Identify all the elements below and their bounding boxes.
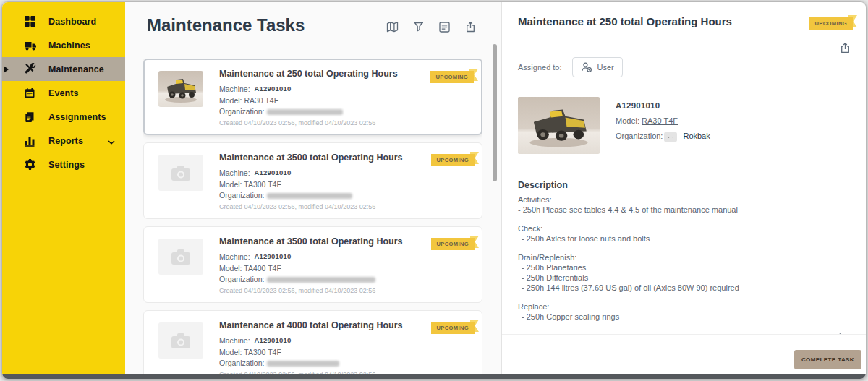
status-badge: UPCOMING	[431, 236, 475, 248]
redacted-organization	[267, 193, 352, 199]
task-list: Maintenance at 250 total Operating Hours…	[143, 59, 482, 374]
tools-icon	[24, 63, 37, 76]
truck-icon	[24, 39, 37, 52]
status-badge: UPCOMING	[431, 152, 475, 164]
app-window: Dashboard Machines Maintenance Events As…	[1, 1, 867, 380]
export-icon[interactable]	[464, 21, 477, 33]
window-bottom-edge	[2, 374, 866, 379]
status-badge: UPCOMING	[431, 320, 475, 332]
sidebar-item-label: Maintenance	[48, 64, 104, 74]
status-badge: UPCOMING	[430, 69, 474, 81]
divider	[518, 87, 850, 87]
task-card[interactable]: Maintenance at 3500 total Operating Hour…	[143, 226, 482, 303]
calendar-icon	[24, 87, 37, 100]
sidebar-item-machines[interactable]: Machines	[2, 33, 125, 57]
sidebar-item-events[interactable]: Events	[2, 81, 125, 105]
machine-photo	[158, 71, 203, 107]
dashboard-icon	[24, 15, 37, 28]
task-card[interactable]: Maintenance at 4000 total Operating Hour…	[143, 310, 482, 374]
redacted-organization	[267, 361, 339, 367]
bar-chart-icon	[24, 134, 37, 147]
model-link[interactable]: RA30 T4F	[642, 116, 678, 125]
sidebar-item-settings[interactable]: Settings	[2, 153, 125, 176]
status-badge: UPCOMING	[809, 15, 853, 27]
filter-icon[interactable]	[412, 21, 425, 33]
chevron-down-icon	[108, 134, 115, 147]
sidebar: Dashboard Machines Maintenance Events As…	[2, 2, 125, 374]
map-view-icon[interactable]	[386, 21, 399, 33]
sidebar-item-label: Reports	[48, 136, 83, 146]
organization-name: Rokbak	[683, 132, 710, 140]
export-icon[interactable]	[839, 42, 851, 54]
assigned-to-label: Assigned to:	[518, 63, 562, 72]
assign-user-button[interactable]: User	[572, 57, 623, 77]
sidebar-item-label: Machines	[48, 40, 90, 51]
sidebar-item-label: Dashboard	[48, 17, 96, 27]
redacted-organization	[267, 277, 375, 283]
document-list-icon[interactable]	[438, 21, 451, 33]
description-heading: Description	[518, 180, 850, 190]
task-card[interactable]: Maintenance at 250 total Operating Hours…	[143, 59, 482, 135]
redacted-org-logo: …	[664, 132, 677, 142]
sidebar-item-label: Settings	[48, 160, 85, 170]
sidebar-item-maintenance[interactable]: Maintenance	[2, 57, 125, 81]
machine-serial: A12901010	[254, 336, 291, 344]
sidebar-item-assignments[interactable]: Assignments	[2, 105, 125, 129]
description-section: Description Activities: - 250h Please se…	[518, 180, 850, 322]
machine-serial: A12901010	[254, 168, 291, 176]
gear-icon	[24, 158, 37, 171]
assignments-icon	[24, 111, 37, 124]
detail-footer: COMPLETE TASK	[502, 334, 866, 374]
task-meta: Created 04/10/2023 02:56, modified 04/10…	[219, 119, 470, 127]
photo-placeholder-icon	[158, 155, 203, 191]
task-meta: Created 04/10/2023 02:56, modified 04/10…	[219, 203, 470, 210]
photo-placeholder-icon	[158, 322, 203, 359]
sidebar-item-label: Assignments	[48, 112, 106, 122]
list-scrollbar[interactable]	[493, 44, 497, 181]
machine-serial: A12901010	[254, 85, 291, 93]
assign-user-label: User	[597, 63, 614, 72]
user-add-icon	[581, 61, 592, 73]
sidebar-item-label: Events	[48, 88, 79, 98]
redacted-organization	[267, 109, 343, 115]
detail-title: Maintenance at 250 total Operating Hours	[518, 15, 793, 27]
page-title: Maintenance Tasks	[147, 15, 305, 35]
photo-placeholder-icon	[158, 239, 203, 275]
machine-serial: A12901010	[254, 252, 291, 260]
machine-serial: A12901010	[616, 101, 710, 110]
task-card[interactable]: Maintenance at 3500 total Operating Hour…	[143, 142, 482, 219]
complete-task-button[interactable]: COMPLETE TASK	[794, 350, 861, 369]
task-detail-panel: UPCOMING Maintenance at 250 total Operat…	[501, 2, 866, 374]
list-toolbar	[386, 21, 477, 33]
machine-photo	[518, 97, 600, 154]
sidebar-item-reports[interactable]: Reports	[2, 129, 125, 153]
task-list-panel: Maintenance Tasks	[125, 2, 501, 374]
task-meta: Created 04/10/2023 02:56, modified 04/10…	[219, 287, 470, 294]
sidebar-item-dashboard[interactable]: Dashboard	[2, 9, 125, 33]
